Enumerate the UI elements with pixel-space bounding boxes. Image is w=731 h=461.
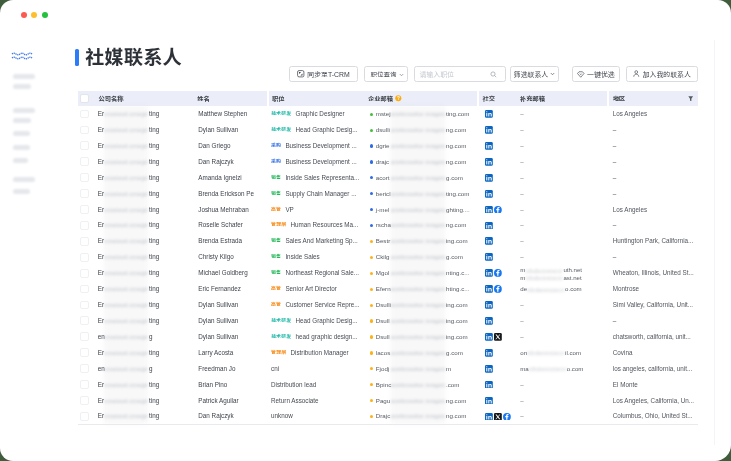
contact-name: Brian Pino xyxy=(198,377,227,393)
linkedin-icon[interactable] xyxy=(485,333,493,341)
email-prefix: drajc xyxy=(376,154,389,170)
email-redacted: annbmodne imsgetnm xyxy=(391,219,445,230)
extra-email-placeholder: – xyxy=(520,122,523,138)
table-row[interactable]: Er nmeisnd omegin ting Dan Griego 采购Busi… xyxy=(0,138,731,154)
company-name-suffix: g xyxy=(149,329,153,345)
email-status-dot xyxy=(370,176,373,179)
linkedin-icon[interactable] xyxy=(485,397,493,405)
linkedin-icon[interactable] xyxy=(485,365,493,373)
table-row[interactable]: Er nmeisnd omegin ting Dylan Sullivan 技术… xyxy=(0,122,731,138)
linkedin-icon[interactable] xyxy=(485,413,493,421)
linkedin-icon[interactable] xyxy=(485,126,493,134)
row-checkbox[interactable] xyxy=(80,412,89,421)
table-row[interactable]: Er nmeisnd omegin ting Dylan Sullivan 高管… xyxy=(0,297,731,313)
linkedin-icon[interactable] xyxy=(485,174,493,182)
table-row[interactable]: Er nmeisnd omegin ting Michael Goldberg … xyxy=(0,265,731,281)
row-checkbox[interactable] xyxy=(80,237,89,246)
select-all-checkbox[interactable] xyxy=(80,94,89,103)
filter-funnel-icon[interactable] xyxy=(688,96,693,102)
table-bottom-border xyxy=(78,424,698,425)
x-twitter-icon[interactable] xyxy=(494,333,502,341)
linkedin-icon[interactable] xyxy=(485,317,493,325)
row-checkbox[interactable] xyxy=(80,221,89,230)
linkedin-icon[interactable] xyxy=(485,269,493,277)
row-checkbox[interactable] xyxy=(80,316,89,325)
table-row[interactable]: Er nmeisnd omegin ting Eric Fernandez 高管… xyxy=(0,281,731,297)
one-click-optimize-button[interactable]: 一键优选 xyxy=(572,66,621,82)
linkedin-icon[interactable] xyxy=(485,110,493,118)
table-row[interactable]: Er nmeisnd omegin ting Larry Acosta 管理层D… xyxy=(0,345,731,361)
linkedin-icon[interactable] xyxy=(485,381,493,389)
table-row[interactable]: Er nmeisnd omegin ting Christy Kilgo 销售I… xyxy=(0,249,731,265)
row-checkbox[interactable] xyxy=(80,332,89,341)
row-checkbox[interactable] xyxy=(80,157,89,166)
table-row[interactable]: en nmeisnd omegin g Freedman Jo cni Fjod… xyxy=(0,361,731,377)
email-help-icon[interactable]: ? xyxy=(395,95,402,102)
table-row[interactable]: Er nmeisnd omegin ting Joshua Mehraban 高… xyxy=(0,202,731,218)
facebook-icon[interactable] xyxy=(494,285,502,293)
row-checkbox[interactable] xyxy=(80,141,89,150)
close-button[interactable] xyxy=(21,12,27,18)
facebook-icon[interactable] xyxy=(494,206,502,214)
position-category-tag: 销售 xyxy=(271,238,281,244)
position-search-input[interactable]: 请输入职位 xyxy=(414,66,506,82)
table-row[interactable]: Er nmeisnd omegin ting Brenda Estrada 销售… xyxy=(0,233,731,249)
linkedin-icon[interactable] xyxy=(485,349,493,357)
extra-email-list: manbdemstexismsieo.com xyxy=(520,365,583,372)
position-select-label: 职位查询 xyxy=(371,69,397,79)
sidebar-item-redacted[interactable] xyxy=(13,74,35,79)
position-type-select[interactable]: 职位查询 xyxy=(364,66,409,82)
email-suffix: ting.com xyxy=(446,186,469,202)
table-row[interactable]: Er nmeisnd omegin ting Dan Rajczyk 采购Bus… xyxy=(0,154,731,170)
row-checkbox[interactable] xyxy=(80,253,89,262)
add-to-my-contacts-button[interactable]: 加入我的联系人 xyxy=(626,66,697,82)
linkedin-icon[interactable] xyxy=(485,237,493,245)
linkedin-icon[interactable] xyxy=(485,158,493,166)
table-row[interactable]: Er nmeisnd omegin ting Dylan Sullivan 技术… xyxy=(0,313,731,329)
minimize-button[interactable] xyxy=(31,12,37,18)
company-name-redacted: nmeisnd omegin xyxy=(104,395,148,406)
linkedin-icon[interactable] xyxy=(485,190,493,198)
table-row[interactable]: en nmeisnd omegin g Dylan Sullivan 技术研发h… xyxy=(0,329,731,345)
table-row[interactable]: Er nmeisnd omegin ting Matthew Stephen 技… xyxy=(0,106,731,122)
zoom-button[interactable] xyxy=(42,12,48,18)
row-checkbox[interactable] xyxy=(80,396,89,405)
linkedin-icon[interactable] xyxy=(485,206,493,214)
row-checkbox[interactable] xyxy=(80,364,89,373)
email-status-dot xyxy=(370,351,373,354)
row-checkbox[interactable] xyxy=(80,173,89,182)
facebook-icon[interactable] xyxy=(503,413,511,421)
table-row[interactable]: Er nmeisnd omegin ting Amanda Ignelzi 销售… xyxy=(0,170,731,186)
row-checkbox[interactable] xyxy=(80,269,89,278)
table-row[interactable]: Er nmeisnd omegin ting Dan Rajczyk unkno… xyxy=(0,408,731,424)
email-status-dot xyxy=(370,113,373,116)
email-status-dot xyxy=(370,208,373,211)
row-checkbox[interactable] xyxy=(80,301,89,310)
linkedin-icon[interactable] xyxy=(485,142,493,150)
table-row[interactable]: Er nmeisnd omegin ting Roselle Schafer 管… xyxy=(0,217,731,233)
position-title: VP xyxy=(285,202,293,218)
company-name-redacted: nmeisnd omegin xyxy=(104,235,148,246)
company-name-suffix: ting xyxy=(149,249,159,265)
position-cell: 采购Business Development ... xyxy=(271,138,357,154)
x-twitter-icon[interactable] xyxy=(494,413,502,421)
row-checkbox[interactable] xyxy=(80,205,89,214)
table-row[interactable]: Er nmeisnd omegin ting Brenda Erickson P… xyxy=(0,186,731,202)
row-checkbox[interactable] xyxy=(80,189,89,198)
row-checkbox[interactable] xyxy=(80,126,89,135)
table-row[interactable]: Er nmeisnd omegin ting Patrick Aguilar R… xyxy=(0,393,731,409)
row-checkbox[interactable] xyxy=(80,285,89,294)
linkedin-icon[interactable] xyxy=(485,285,493,293)
row-checkbox[interactable] xyxy=(80,348,89,357)
table-row[interactable]: Er nmeisnd omegin ting Brian Pino Distri… xyxy=(0,377,731,393)
sync-to-tcrm-button[interactable]: 同步至T-CRM xyxy=(289,66,357,82)
sidebar-item-redacted[interactable] xyxy=(13,84,31,89)
linkedin-icon[interactable] xyxy=(485,222,493,230)
filter-contacts-button[interactable]: 筛选联系人 xyxy=(510,66,558,82)
linkedin-icon[interactable] xyxy=(485,253,493,261)
row-checkbox[interactable] xyxy=(80,380,89,389)
linkedin-icon[interactable] xyxy=(485,301,493,309)
facebook-icon[interactable] xyxy=(494,269,502,277)
company-name-redacted: nmeisnd omegin xyxy=(104,347,148,358)
row-checkbox[interactable] xyxy=(80,110,89,119)
